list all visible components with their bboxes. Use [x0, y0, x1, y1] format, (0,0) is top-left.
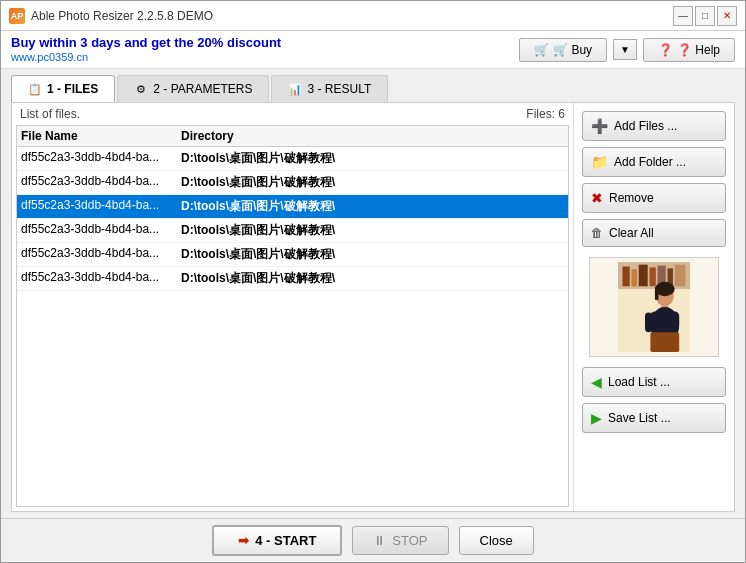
clear-all-label: Clear All: [609, 226, 654, 240]
file-name-cell: df55c2a3-3ddb-4bd4-ba...: [21, 150, 181, 167]
tab-files-label: 1 - FILES: [47, 82, 98, 96]
table-row[interactable]: df55c2a3-3ddb-4bd4-ba... D:\tools\桌面\图片\…: [17, 147, 568, 171]
svg-rect-5: [650, 267, 656, 286]
svg-rect-16: [670, 312, 677, 332]
content-area: List of files. Files: 6 File Name Direct…: [11, 102, 735, 512]
save-list-icon: ▶: [591, 410, 602, 426]
svg-rect-11: [655, 287, 659, 300]
table-row[interactable]: df55c2a3-3ddb-4bd4-ba... D:\tools\桌面\图片\…: [17, 171, 568, 195]
clear-all-icon: 🗑: [591, 226, 603, 240]
app-icon: AP: [9, 8, 25, 24]
file-dir-cell: D:\tools\桌面\图片\破解教程\: [181, 246, 564, 263]
preview-box: [589, 257, 719, 357]
parameters-tab-icon: ⚙: [134, 82, 148, 96]
svg-rect-2: [623, 267, 630, 287]
tabs-bar: 📋 1 - FILES ⚙ 2 - PARAMETERS 📊 3 - RESUL…: [1, 69, 745, 102]
add-files-icon: ➕: [591, 118, 608, 134]
help-icon: ❓: [658, 43, 673, 57]
files-tab-icon: 📋: [28, 82, 42, 96]
maximize-button[interactable]: □: [695, 6, 715, 26]
file-dir-cell: D:\tools\桌面\图片\破解教程\: [181, 150, 564, 167]
file-name-cell: df55c2a3-3ddb-4bd4-ba...: [21, 270, 181, 287]
right-panel: ➕ Add Files ... 📁 Add Folder ... ✖ Remov…: [574, 103, 734, 511]
website-text: www.pc0359.cn: [11, 51, 88, 63]
svg-rect-8: [675, 265, 686, 287]
file-name-cell: df55c2a3-3ddb-4bd4-ba...: [21, 222, 181, 239]
preview-image: [614, 262, 694, 352]
clear-all-button[interactable]: 🗑 Clear All: [582, 219, 726, 247]
buy-button[interactable]: 🛒 🛒 Buy: [519, 38, 607, 62]
tab-parameters-label: 2 - PARAMETERS: [153, 82, 252, 96]
result-tab-icon: 📊: [288, 82, 302, 96]
remove-button[interactable]: ✖ Remove: [582, 183, 726, 213]
add-folder-icon: 📁: [591, 154, 608, 170]
add-files-label: Add Files ...: [614, 119, 677, 133]
table-row[interactable]: df55c2a3-3ddb-4bd4-ba... D:\tools\桌面\图片\…: [17, 267, 568, 291]
file-table: File Name Directory df55c2a3-3ddb-4bd4-b…: [16, 125, 569, 507]
svg-rect-17: [650, 332, 679, 352]
load-list-icon: ◀: [591, 374, 602, 390]
tab-parameters[interactable]: ⚙ 2 - PARAMETERS: [117, 75, 269, 102]
files-count: Files: 6: [526, 107, 565, 121]
load-list-label: Load List ...: [608, 375, 670, 389]
table-row[interactable]: df55c2a3-3ddb-4bd4-ba... D:\tools\桌面\图片\…: [17, 195, 568, 219]
tab-result[interactable]: 📊 3 - RESULT: [271, 75, 388, 102]
close-button[interactable]: Close: [459, 526, 534, 555]
start-button[interactable]: ➡ 4 - START: [212, 525, 342, 556]
promo-text: Buy within 3 days and get the 20% discou…: [11, 35, 281, 50]
buy-icon: 🛒: [534, 43, 549, 57]
promo-right: 🛒 🛒 Buy ▼ ❓ ❓ Help: [519, 38, 735, 62]
close-label: Close: [480, 533, 513, 548]
help-button[interactable]: ❓ ❓ Help: [643, 38, 735, 62]
window-title: Able Photo Resizer 2.2.5.8 DEMO: [31, 9, 213, 23]
close-window-button[interactable]: ✕: [717, 6, 737, 26]
stop-button[interactable]: ⏸ STOP: [352, 526, 448, 555]
add-folder-button[interactable]: 📁 Add Folder ...: [582, 147, 726, 177]
file-name-cell: df55c2a3-3ddb-4bd4-ba...: [21, 174, 181, 191]
files-header: List of files. Files: 6: [12, 103, 573, 125]
save-list-button[interactable]: ▶ Save List ...: [582, 403, 726, 433]
file-dir-cell: D:\tools\桌面\图片\破解教程\: [181, 270, 564, 287]
remove-icon: ✖: [591, 190, 603, 206]
add-files-button[interactable]: ➕ Add Files ...: [582, 111, 726, 141]
dropdown-button[interactable]: ▼: [613, 39, 637, 60]
file-rows-container: df55c2a3-3ddb-4bd4-ba... D:\tools\桌面\图片\…: [17, 147, 568, 291]
title-bar: AP Able Photo Resizer 2.2.5.8 DEMO — □ ✕: [1, 1, 745, 31]
file-name-cell: df55c2a3-3ddb-4bd4-ba...: [21, 198, 181, 215]
load-list-button[interactable]: ◀ Load List ...: [582, 367, 726, 397]
table-row[interactable]: df55c2a3-3ddb-4bd4-ba... D:\tools\桌面\图片\…: [17, 243, 568, 267]
files-panel: List of files. Files: 6 File Name Direct…: [12, 103, 574, 511]
file-dir-cell: D:\tools\桌面\图片\破解教程\: [181, 174, 564, 191]
stop-label: STOP: [392, 533, 427, 548]
stop-icon: ⏸: [373, 533, 386, 548]
start-label: 4 - START: [255, 533, 316, 548]
arrow-indicator: [589, 296, 592, 316]
start-icon: ➡: [238, 533, 249, 548]
help-label: ❓ Help: [677, 43, 720, 57]
save-list-label: Save List ...: [608, 411, 671, 425]
minimize-button[interactable]: —: [673, 6, 693, 26]
add-folder-label: Add Folder ...: [614, 155, 686, 169]
table-header: File Name Directory: [17, 126, 568, 147]
window-controls: — □ ✕: [673, 6, 737, 26]
svg-rect-15: [645, 312, 652, 332]
table-row[interactable]: df55c2a3-3ddb-4bd4-ba... D:\tools\桌面\图片\…: [17, 219, 568, 243]
svg-rect-4: [639, 265, 648, 287]
promo-bar: Buy within 3 days and get the 20% discou…: [1, 31, 745, 69]
file-dir-cell: D:\tools\桌面\图片\破解教程\: [181, 198, 564, 215]
tab-files[interactable]: 📋 1 - FILES: [11, 75, 115, 102]
remove-label: Remove: [609, 191, 654, 205]
tab-result-label: 3 - RESULT: [307, 82, 371, 96]
file-dir-cell: D:\tools\桌面\图片\破解教程\: [181, 222, 564, 239]
col-header-name: File Name: [21, 129, 181, 143]
buy-label: 🛒 Buy: [553, 43, 592, 57]
col-header-dir: Directory: [181, 129, 564, 143]
list-label: List of files.: [20, 107, 80, 121]
bottom-bar: ➡ 4 - START ⏸ STOP Close: [1, 518, 745, 562]
title-bar-left: AP Able Photo Resizer 2.2.5.8 DEMO: [9, 8, 213, 24]
main-window: AP Able Photo Resizer 2.2.5.8 DEMO — □ ✕…: [0, 0, 746, 563]
svg-rect-3: [632, 269, 637, 286]
file-name-cell: df55c2a3-3ddb-4bd4-ba...: [21, 246, 181, 263]
